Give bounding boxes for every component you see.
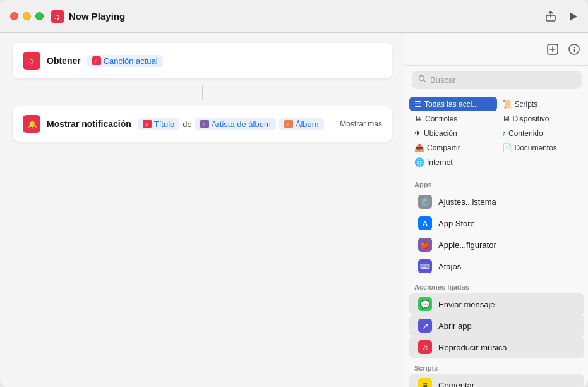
- notificacion-label: Mostrar notificación: [47, 119, 131, 129]
- mostrar-mas-btn[interactable]: Mostrar más: [340, 120, 382, 128]
- comentar-icon: ≡: [418, 378, 432, 387]
- add-shortcut-button[interactable]: [546, 43, 559, 56]
- search-input-wrap: [412, 71, 582, 89]
- window-title: Now Playing: [69, 11, 545, 22]
- param-icon-artista: ♫: [200, 120, 209, 128]
- sidebar-toolbar: i: [405, 33, 588, 66]
- cat-icon-contenido: ♪: [502, 128, 507, 138]
- left-panel: ♫ Obtener ♫ Canción actual: [0, 33, 405, 387]
- obtener-param[interactable]: ♫ Canción actual: [87, 55, 163, 67]
- sidebar-item-reproducir[interactable]: ♫ Reproducir música: [409, 336, 584, 358]
- param-album[interactable]: ♫ Álbum: [279, 118, 324, 130]
- enviar-mensaje-icon: 💬: [418, 297, 432, 311]
- svg-text:♫: ♫: [145, 122, 148, 127]
- action-card-obtener: ♫ Obtener ♫ Canción actual: [13, 43, 392, 78]
- svg-text:♫: ♫: [28, 57, 33, 66]
- cat-icon-scripts: 📜: [502, 99, 512, 109]
- ajustes-icon: ⚙️: [418, 195, 432, 209]
- action-row-notificacion: 🔔 Mostrar notificación ♫ Título de: [23, 115, 382, 133]
- enviar-mensaje-label: Enviar mensaje: [438, 300, 495, 309]
- category-nav: ☰ Todas las acci... 📜 Scripts 🖥 Controle…: [405, 94, 588, 172]
- cat-label-controles: Controles: [425, 114, 457, 123]
- sidebar: i ☰: [405, 33, 588, 387]
- svg-marker-3: [570, 12, 577, 21]
- cat-dispositivo[interactable]: 🖥 Dispositivo: [497, 111, 585, 126]
- acciones-fijadas-label: Acciones fijadas: [405, 277, 588, 293]
- info-button[interactable]: i: [568, 43, 580, 56]
- ajustes-label: Ajustes...istema: [438, 197, 496, 207]
- close-button[interactable]: [10, 12, 18, 20]
- appstore-label: App Store: [438, 219, 475, 228]
- sidebar-item-enviar-mensaje[interactable]: 💬 Enviar mensaje: [409, 293, 584, 315]
- traffic-lights: [10, 12, 44, 20]
- main-content: ♫ Obtener ♫ Canción actual: [0, 33, 588, 387]
- action-card-notificacion: 🔔 Mostrar notificación ♫ Título de: [13, 106, 392, 142]
- param-icon-obtener: ♫: [92, 56, 101, 65]
- search-input[interactable]: [430, 75, 575, 85]
- cat-icon-compartir: 📤: [414, 143, 424, 152]
- param-titulo[interactable]: ♫ Título: [138, 118, 180, 130]
- cat-label-scripts: Scripts: [515, 100, 538, 109]
- cat-icon-ubicacion: ✈: [414, 128, 421, 138]
- search-icon: [418, 74, 426, 85]
- cat-controles[interactable]: 🖥 Controles: [409, 111, 497, 126]
- param-artista[interactable]: ♫ Artista de álbum: [195, 118, 276, 130]
- cat-icon-documentos: 📄: [502, 143, 512, 152]
- abrir-app-icon: ↗: [418, 319, 432, 333]
- apps-section-label: Apps: [405, 175, 588, 191]
- atajos-label: Atajos: [438, 262, 461, 271]
- card-divider: [202, 85, 203, 100]
- appstore-icon: A: [418, 216, 432, 230]
- cat-label-dispositivo: Dispositivo: [513, 114, 549, 123]
- action-row-obtener: ♫ Obtener ♫ Canción actual: [23, 52, 382, 70]
- apple-icon: 🍎: [418, 238, 432, 252]
- atajos-icon: ⌨: [418, 259, 432, 273]
- cat-label-ubicacion: Ubicación: [424, 129, 457, 138]
- svg-text:♫: ♫: [54, 12, 60, 22]
- svg-text:i: i: [573, 46, 575, 54]
- cat-internet[interactable]: 🌐 Internet: [409, 155, 497, 169]
- cat-todas[interactable]: ☰ Todas las acci...: [409, 97, 497, 111]
- sidebar-item-appstore[interactable]: A App Store: [409, 212, 584, 234]
- cat-icon-dispositivo: 🖥: [502, 114, 510, 123]
- app-window: ♫ Now Playing: [0, 0, 588, 387]
- cat-label-todas: Todas las acci...: [424, 100, 478, 109]
- minimize-button[interactable]: [23, 12, 31, 20]
- notificacion-icon: 🔔: [23, 115, 40, 133]
- obtener-label: Obtener: [47, 56, 81, 66]
- maximize-button[interactable]: [35, 12, 44, 20]
- apple-label: Apple...figurator: [438, 240, 496, 250]
- sidebar-item-apple[interactable]: 🍎 Apple...figurator: [409, 234, 584, 255]
- param-icon-titulo: ♫: [143, 120, 152, 128]
- svg-text:🔔: 🔔: [28, 120, 37, 129]
- scripts-section-label: Scripts: [405, 358, 588, 374]
- play-button[interactable]: [568, 11, 578, 22]
- cat-icon-todas: ☰: [414, 99, 422, 109]
- search-bar: [405, 66, 588, 94]
- svg-text:♫: ♫: [286, 123, 289, 127]
- de-label-1: de: [183, 120, 191, 129]
- cat-contenido[interactable]: ♪ Contenido: [497, 126, 585, 140]
- cat-ubicacion[interactable]: ✈ Ubicación: [409, 126, 497, 140]
- titlebar-actions: [545, 11, 578, 22]
- param-icon-album: ♫: [284, 120, 293, 128]
- cat-icon-internet: 🌐: [414, 157, 424, 167]
- reproducir-label: Reproducir música: [438, 343, 507, 352]
- sidebar-item-ajustes[interactable]: ⚙️ Ajustes...istema: [409, 191, 584, 212]
- sidebar-item-comentar[interactable]: ≡ Comentar: [409, 374, 584, 387]
- sidebar-item-abrir-app[interactable]: ↗ Abrir app: [409, 315, 584, 336]
- comentar-label: Comentar: [438, 381, 474, 388]
- cat-scripts[interactable]: 📜 Scripts: [497, 97, 585, 111]
- cat-documentos[interactable]: 📄 Documentos: [497, 140, 585, 155]
- svg-text:♫: ♫: [94, 59, 98, 64]
- cat-label-compartir: Compartir: [427, 144, 460, 152]
- titlebar: ♫ Now Playing: [0, 0, 588, 33]
- notif-params: ♫ Título de ♫ Artista de álbum: [138, 118, 334, 130]
- cat-icon-controles: 🖥: [414, 114, 423, 123]
- abrir-app-label: Abrir app: [438, 321, 472, 331]
- sidebar-item-atajos[interactable]: ⌨ Atajos: [409, 255, 584, 277]
- cat-compartir[interactable]: 📤 Compartir: [409, 140, 497, 155]
- cat-label-internet: Internet: [427, 158, 453, 167]
- share-button[interactable]: [545, 11, 556, 22]
- reproducir-icon: ♫: [418, 340, 432, 354]
